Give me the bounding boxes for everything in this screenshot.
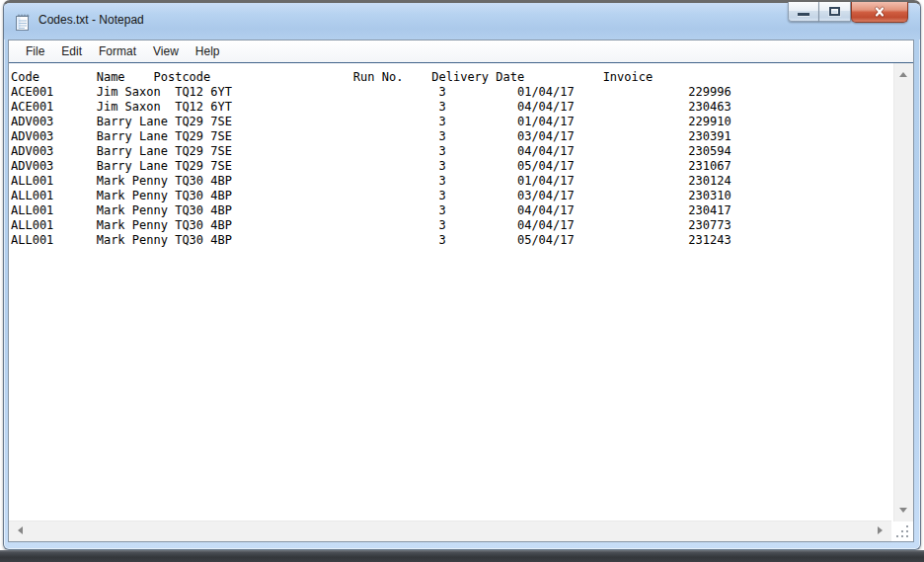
menu-file[interactable]: File (19, 41, 51, 61)
maximize-button[interactable] (819, 2, 851, 22)
window-controls (788, 2, 908, 23)
text-area[interactable]: Code Name Postcode Run No. Delivery Date… (9, 63, 893, 522)
editor: Code Name Postcode Run No. Delivery Date… (9, 62, 913, 541)
notepad-icon (14, 12, 32, 32)
taskbar-edge (0, 550, 924, 562)
horizontal-scrollbar[interactable] (9, 521, 891, 541)
close-icon (873, 6, 886, 18)
scroll-left-icon[interactable] (18, 526, 23, 534)
maximize-icon (829, 7, 840, 16)
scroll-down-icon[interactable] (899, 508, 907, 513)
menu-format[interactable]: Format (92, 41, 143, 61)
resize-grip[interactable] (895, 523, 911, 539)
scroll-up-icon[interactable] (899, 72, 907, 77)
scroll-right-icon[interactable] (878, 526, 883, 534)
notepad-window: Codes.txt - Notepad File Edit Format Vie… (3, 0, 921, 550)
menu-help[interactable]: Help (189, 41, 227, 61)
minimize-icon (798, 13, 809, 16)
titlebar[interactable]: Codes.txt - Notepad (4, 3, 920, 40)
client-area: File Edit Format View Help Code Name Pos… (8, 40, 914, 542)
close-button[interactable] (851, 2, 908, 23)
window-title: Codes.txt - Notepad (38, 13, 144, 27)
menu-view[interactable]: View (146, 41, 186, 61)
vertical-scrollbar[interactable] (893, 63, 913, 522)
menubar: File Edit Format View Help (9, 40, 913, 62)
minimize-button[interactable] (788, 2, 819, 22)
menu-edit[interactable]: Edit (54, 41, 89, 61)
